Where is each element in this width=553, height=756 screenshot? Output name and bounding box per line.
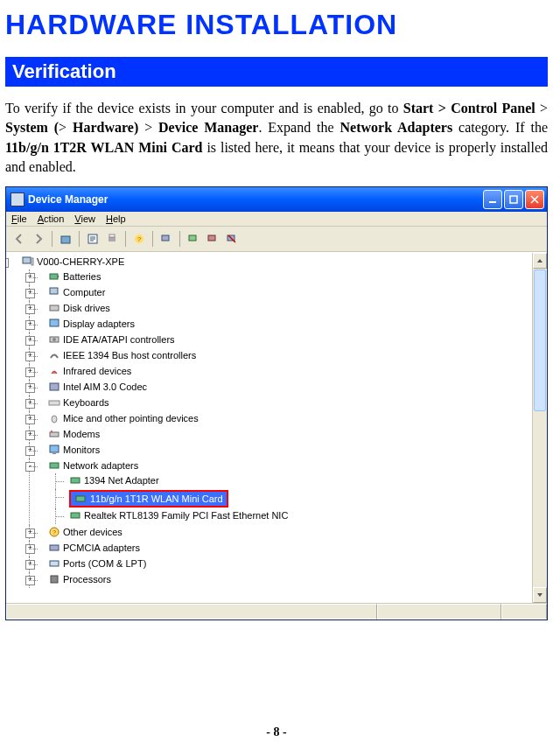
expand-icon[interactable]: + <box>25 576 35 585</box>
collapse-icon[interactable]: - <box>6 258 9 268</box>
tree-root[interactable]: - V000-CHERRY-XPE +Batteries +Computer +… <box>10 255 532 589</box>
monitor-icon <box>48 444 60 456</box>
minimize-button[interactable] <box>483 190 502 209</box>
tree-node[interactable]: +IDE ATA/ATAPI controllers <box>36 332 532 348</box>
separator <box>179 231 180 247</box>
tree-node[interactable]: Realtek RTL8139 Family PCI Fast Ethernet… <box>62 508 532 524</box>
app-icon <box>10 192 24 206</box>
keyboard-icon <box>48 396 60 409</box>
expand-icon[interactable]: + <box>25 446 35 456</box>
modem-icon <box>48 428 60 440</box>
body-paragraph: To verify if the device exists in your c… <box>5 99 548 178</box>
maximize-button[interactable] <box>504 190 523 209</box>
other-icon: ? <box>48 526 60 538</box>
disable-button[interactable] <box>205 231 220 247</box>
mouse-icon <box>48 412 60 424</box>
svg-rect-5 <box>109 234 115 237</box>
tree-node[interactable]: +PCMCIA adapters <box>36 541 532 556</box>
up-button[interactable] <box>58 231 74 247</box>
expand-icon[interactable]: + <box>25 528 35 538</box>
menu-file[interactable]: File <box>11 214 27 224</box>
svg-text:?: ? <box>137 235 142 243</box>
help-button[interactable]: ? <box>131 231 147 247</box>
svg-rect-28 <box>50 463 59 468</box>
svg-rect-9 <box>189 235 196 241</box>
expand-icon[interactable]: + <box>25 304 35 314</box>
svg-rect-36 <box>51 576 58 583</box>
menu-action[interactable]: Action <box>38 214 65 224</box>
forward-button[interactable] <box>31 231 46 247</box>
path-system: System ( <box>5 120 59 135</box>
expand-icon[interactable]: + <box>25 352 35 361</box>
tree-node[interactable]: +Display adapters <box>36 317 532 332</box>
expand-icon[interactable]: + <box>25 320 35 330</box>
expand-icon[interactable]: + <box>25 368 35 377</box>
properties-button[interactable] <box>85 231 101 247</box>
tree-node[interactable]: +Disk drives <box>36 301 532 317</box>
svg-rect-22 <box>49 401 60 405</box>
svg-rect-29 <box>71 478 80 483</box>
path-cp: Control Panel <box>451 101 536 116</box>
tree-node[interactable]: +Monitors <box>36 443 532 458</box>
expand-icon[interactable]: + <box>25 273 35 283</box>
svg-rect-14 <box>50 274 58 279</box>
expand-icon[interactable]: + <box>25 560 35 570</box>
tree-node[interactable]: +Processors <box>36 572 532 588</box>
svg-point-25 <box>51 430 52 432</box>
nic-icon <box>69 474 81 486</box>
network-icon <box>48 459 60 472</box>
tree-node[interactable]: +Intel AIM 3.0 Codec <box>36 380 532 396</box>
body-text: category. If the <box>452 120 548 135</box>
tree-node-highlighted[interactable]: 11b/g/n 1T1R WLAN Mini Card <box>62 489 532 508</box>
scroll-down-button[interactable] <box>533 587 547 603</box>
disk-icon <box>48 302 60 314</box>
menu-bar[interactable]: File Action View Help <box>6 212 547 227</box>
separator <box>52 231 52 247</box>
computer-icon <box>22 256 34 268</box>
back-button[interactable] <box>11 231 27 247</box>
expand-icon[interactable]: + <box>25 336 35 346</box>
svg-rect-26 <box>50 445 59 452</box>
pcmcia-icon <box>48 542 60 554</box>
uninstall-button[interactable] <box>224 231 240 247</box>
expand-icon[interactable]: + <box>25 383 35 393</box>
menu-help[interactable]: Help <box>106 214 126 224</box>
window-title: Device Manager <box>28 193 108 206</box>
tree-node[interactable]: +Keyboards <box>36 396 532 411</box>
titlebar[interactable]: Device Manager <box>6 187 547 212</box>
scroll-track[interactable] <box>533 412 547 587</box>
tree-node[interactable]: +Mice and other pointing devices <box>36 411 532 427</box>
scrollbar[interactable] <box>532 253 547 603</box>
expand-icon[interactable]: + <box>25 430 35 440</box>
path-hw: Hardware) <box>73 120 138 135</box>
expand-icon[interactable]: + <box>25 415 35 424</box>
sep: > <box>144 120 158 135</box>
tree-node-network[interactable]: - Network adapters 1394 Net Adapter <box>36 458 532 525</box>
tree-node[interactable]: +Infrared devices <box>36 364 532 380</box>
tree-node[interactable]: +Modems <box>36 427 532 443</box>
tree-node[interactable]: +Ports (COM & LPT) <box>36 556 532 572</box>
tree-node[interactable]: +IEEE 1394 Bus host controllers <box>36 348 532 364</box>
path-dm: Device Manager <box>158 120 258 135</box>
print-button[interactable] <box>104 231 120 247</box>
infrared-icon <box>48 365 60 377</box>
tree-node[interactable]: 1394 Net Adapter <box>62 473 532 489</box>
scan-button[interactable] <box>158 231 174 247</box>
root-label: V000-CHERRY-XPE <box>37 256 124 267</box>
expand-icon[interactable]: + <box>25 399 35 409</box>
scroll-thumb[interactable] <box>534 270 546 411</box>
body-text: . Expand the <box>258 120 340 135</box>
close-button[interactable] <box>525 190 544 209</box>
enable-button[interactable] <box>186 231 201 247</box>
expand-icon[interactable]: + <box>25 289 35 298</box>
svg-point-20 <box>52 338 56 341</box>
tree-node[interactable]: +Computer <box>36 285 532 301</box>
expand-icon[interactable]: + <box>25 544 35 554</box>
collapse-icon[interactable]: - <box>25 462 35 472</box>
scroll-up-button[interactable] <box>533 253 547 269</box>
device-tree[interactable]: - V000-CHERRY-XPE +Batteries +Computer +… <box>6 253 532 603</box>
tree-node[interactable]: +Batteries <box>36 270 532 285</box>
tree-node[interactable]: +?Other devices <box>36 525 532 541</box>
menu-view[interactable]: View <box>74 214 95 224</box>
status-cell <box>501 604 547 620</box>
